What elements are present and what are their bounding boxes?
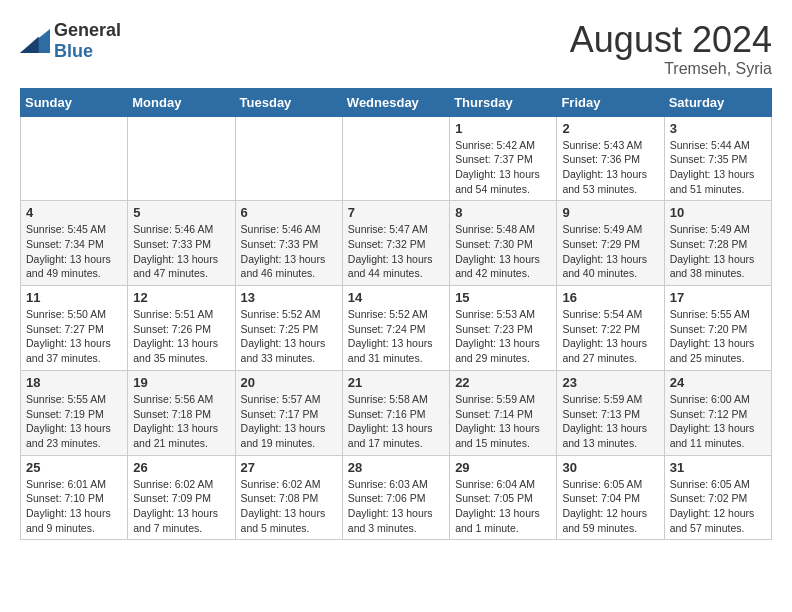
- day-cell: 30Sunrise: 6:05 AMSunset: 7:04 PMDayligh…: [557, 455, 664, 540]
- day-number: 6: [241, 205, 337, 220]
- day-detail: Sunrise: 6:02 AMSunset: 7:08 PMDaylight:…: [241, 478, 326, 534]
- subtitle: Tremseh, Syria: [570, 60, 772, 78]
- day-detail: Sunrise: 6:05 AMSunset: 7:02 PMDaylight:…: [670, 478, 755, 534]
- day-cell: 19Sunrise: 5:56 AMSunset: 7:18 PMDayligh…: [128, 370, 235, 455]
- day-number: 9: [562, 205, 658, 220]
- day-number: 27: [241, 460, 337, 475]
- day-cell: [21, 116, 128, 201]
- day-number: 1: [455, 121, 551, 136]
- day-cell: 23Sunrise: 5:59 AMSunset: 7:13 PMDayligh…: [557, 370, 664, 455]
- day-detail: Sunrise: 6:02 AMSunset: 7:09 PMDaylight:…: [133, 478, 218, 534]
- day-detail: Sunrise: 5:56 AMSunset: 7:18 PMDaylight:…: [133, 393, 218, 449]
- col-header-monday: Monday: [128, 88, 235, 116]
- day-number: 7: [348, 205, 444, 220]
- day-detail: Sunrise: 5:54 AMSunset: 7:22 PMDaylight:…: [562, 308, 647, 364]
- day-cell: 22Sunrise: 5:59 AMSunset: 7:14 PMDayligh…: [450, 370, 557, 455]
- day-cell: 7Sunrise: 5:47 AMSunset: 7:32 PMDaylight…: [342, 201, 449, 286]
- day-cell: [235, 116, 342, 201]
- day-detail: Sunrise: 6:03 AMSunset: 7:06 PMDaylight:…: [348, 478, 433, 534]
- main-title: August 2024: [570, 20, 772, 60]
- day-cell: 21Sunrise: 5:58 AMSunset: 7:16 PMDayligh…: [342, 370, 449, 455]
- day-cell: 9Sunrise: 5:49 AMSunset: 7:29 PMDaylight…: [557, 201, 664, 286]
- day-number: 5: [133, 205, 229, 220]
- day-number: 24: [670, 375, 766, 390]
- day-number: 21: [348, 375, 444, 390]
- day-detail: Sunrise: 5:55 AMSunset: 7:20 PMDaylight:…: [670, 308, 755, 364]
- day-number: 28: [348, 460, 444, 475]
- day-cell: 11Sunrise: 5:50 AMSunset: 7:27 PMDayligh…: [21, 286, 128, 371]
- header-row: SundayMondayTuesdayWednesdayThursdayFrid…: [21, 88, 772, 116]
- header: General Blue August 2024 Tremseh, Syria: [20, 20, 772, 78]
- day-cell: 27Sunrise: 6:02 AMSunset: 7:08 PMDayligh…: [235, 455, 342, 540]
- day-cell: 1Sunrise: 5:42 AMSunset: 7:37 PMDaylight…: [450, 116, 557, 201]
- logo-icon: [20, 29, 50, 53]
- week-row-5: 25Sunrise: 6:01 AMSunset: 7:10 PMDayligh…: [21, 455, 772, 540]
- col-header-saturday: Saturday: [664, 88, 771, 116]
- day-detail: Sunrise: 5:49 AMSunset: 7:28 PMDaylight:…: [670, 223, 755, 279]
- day-number: 30: [562, 460, 658, 475]
- day-number: 8: [455, 205, 551, 220]
- day-cell: 13Sunrise: 5:52 AMSunset: 7:25 PMDayligh…: [235, 286, 342, 371]
- day-cell: 5Sunrise: 5:46 AMSunset: 7:33 PMDaylight…: [128, 201, 235, 286]
- day-number: 19: [133, 375, 229, 390]
- day-number: 29: [455, 460, 551, 475]
- day-detail: Sunrise: 5:58 AMSunset: 7:16 PMDaylight:…: [348, 393, 433, 449]
- day-detail: Sunrise: 6:01 AMSunset: 7:10 PMDaylight:…: [26, 478, 111, 534]
- day-number: 23: [562, 375, 658, 390]
- col-header-friday: Friday: [557, 88, 664, 116]
- day-detail: Sunrise: 5:47 AMSunset: 7:32 PMDaylight:…: [348, 223, 433, 279]
- week-row-4: 18Sunrise: 5:55 AMSunset: 7:19 PMDayligh…: [21, 370, 772, 455]
- day-detail: Sunrise: 5:57 AMSunset: 7:17 PMDaylight:…: [241, 393, 326, 449]
- day-cell: 16Sunrise: 5:54 AMSunset: 7:22 PMDayligh…: [557, 286, 664, 371]
- logo-text: General Blue: [54, 20, 121, 62]
- week-row-3: 11Sunrise: 5:50 AMSunset: 7:27 PMDayligh…: [21, 286, 772, 371]
- day-cell: 2Sunrise: 5:43 AMSunset: 7:36 PMDaylight…: [557, 116, 664, 201]
- day-number: 12: [133, 290, 229, 305]
- day-detail: Sunrise: 5:43 AMSunset: 7:36 PMDaylight:…: [562, 139, 647, 195]
- day-number: 17: [670, 290, 766, 305]
- day-number: 11: [26, 290, 122, 305]
- day-detail: Sunrise: 5:45 AMSunset: 7:34 PMDaylight:…: [26, 223, 111, 279]
- day-number: 15: [455, 290, 551, 305]
- day-cell: 18Sunrise: 5:55 AMSunset: 7:19 PMDayligh…: [21, 370, 128, 455]
- day-cell: [342, 116, 449, 201]
- day-cell: 26Sunrise: 6:02 AMSunset: 7:09 PMDayligh…: [128, 455, 235, 540]
- day-number: 14: [348, 290, 444, 305]
- day-cell: 25Sunrise: 6:01 AMSunset: 7:10 PMDayligh…: [21, 455, 128, 540]
- day-detail: Sunrise: 5:48 AMSunset: 7:30 PMDaylight:…: [455, 223, 540, 279]
- day-cell: 12Sunrise: 5:51 AMSunset: 7:26 PMDayligh…: [128, 286, 235, 371]
- day-number: 22: [455, 375, 551, 390]
- day-cell: [128, 116, 235, 201]
- day-cell: 29Sunrise: 6:04 AMSunset: 7:05 PMDayligh…: [450, 455, 557, 540]
- day-detail: Sunrise: 5:59 AMSunset: 7:14 PMDaylight:…: [455, 393, 540, 449]
- day-number: 26: [133, 460, 229, 475]
- day-cell: 8Sunrise: 5:48 AMSunset: 7:30 PMDaylight…: [450, 201, 557, 286]
- day-detail: Sunrise: 5:53 AMSunset: 7:23 PMDaylight:…: [455, 308, 540, 364]
- day-cell: 20Sunrise: 5:57 AMSunset: 7:17 PMDayligh…: [235, 370, 342, 455]
- day-detail: Sunrise: 5:51 AMSunset: 7:26 PMDaylight:…: [133, 308, 218, 364]
- day-cell: 17Sunrise: 5:55 AMSunset: 7:20 PMDayligh…: [664, 286, 771, 371]
- day-detail: Sunrise: 6:04 AMSunset: 7:05 PMDaylight:…: [455, 478, 540, 534]
- day-cell: 24Sunrise: 6:00 AMSunset: 7:12 PMDayligh…: [664, 370, 771, 455]
- week-row-2: 4Sunrise: 5:45 AMSunset: 7:34 PMDaylight…: [21, 201, 772, 286]
- day-detail: Sunrise: 5:44 AMSunset: 7:35 PMDaylight:…: [670, 139, 755, 195]
- svg-marker-1: [20, 37, 39, 54]
- day-cell: 31Sunrise: 6:05 AMSunset: 7:02 PMDayligh…: [664, 455, 771, 540]
- day-cell: 14Sunrise: 5:52 AMSunset: 7:24 PMDayligh…: [342, 286, 449, 371]
- col-header-thursday: Thursday: [450, 88, 557, 116]
- day-number: 25: [26, 460, 122, 475]
- day-number: 16: [562, 290, 658, 305]
- day-cell: 28Sunrise: 6:03 AMSunset: 7:06 PMDayligh…: [342, 455, 449, 540]
- day-cell: 6Sunrise: 5:46 AMSunset: 7:33 PMDaylight…: [235, 201, 342, 286]
- col-header-wednesday: Wednesday: [342, 88, 449, 116]
- day-number: 20: [241, 375, 337, 390]
- week-row-1: 1Sunrise: 5:42 AMSunset: 7:37 PMDaylight…: [21, 116, 772, 201]
- day-number: 31: [670, 460, 766, 475]
- day-detail: Sunrise: 5:52 AMSunset: 7:25 PMDaylight:…: [241, 308, 326, 364]
- day-cell: 3Sunrise: 5:44 AMSunset: 7:35 PMDaylight…: [664, 116, 771, 201]
- title-block: August 2024 Tremseh, Syria: [570, 20, 772, 78]
- day-detail: Sunrise: 5:46 AMSunset: 7:33 PMDaylight:…: [241, 223, 326, 279]
- day-cell: 4Sunrise: 5:45 AMSunset: 7:34 PMDaylight…: [21, 201, 128, 286]
- day-detail: Sunrise: 5:42 AMSunset: 7:37 PMDaylight:…: [455, 139, 540, 195]
- logo: General Blue: [20, 20, 121, 62]
